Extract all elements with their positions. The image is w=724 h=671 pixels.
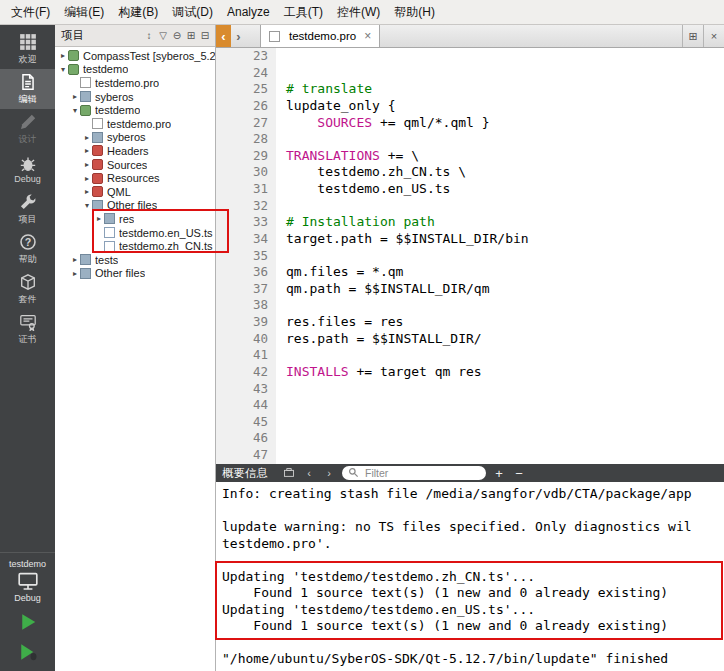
menu-item[interactable]: 构建(B) <box>111 0 165 24</box>
code-editor[interactable]: 232425# translate26lupdate_only {27 SOUR… <box>216 48 724 464</box>
edit-document-icon <box>19 73 37 92</box>
nav-forward-button[interactable]: › <box>231 25 246 47</box>
mode-item-projects-wrench[interactable]: 项目 <box>0 189 55 229</box>
debug-bug-icon <box>19 154 37 173</box>
close-tab-icon[interactable]: × <box>364 29 371 43</box>
kit-selector[interactable]: testdemo Debug <box>0 552 55 607</box>
tree-item[interactable]: ▸QML <box>55 185 215 199</box>
expander-icon[interactable]: ▾ <box>58 65 68 74</box>
code-text <box>276 381 286 398</box>
zoom-in-button[interactable]: + <box>492 466 506 481</box>
code-text: INSTALLS += target qm res <box>276 364 482 381</box>
output-line <box>222 635 724 652</box>
pro-file-icon <box>92 118 103 129</box>
mode-item-help-question[interactable]: ?帮助 <box>0 229 55 269</box>
mode-sidebar: 欢迎编辑设计Debug项目?帮助套件证书 testdemo Debug <box>0 25 55 671</box>
expander-icon[interactable]: ▸ <box>82 174 92 183</box>
code-text: SOURCES += qml/*.qml } <box>276 115 490 132</box>
tree-item[interactable]: ▸Other files <box>55 267 215 281</box>
kits-package-icon <box>19 273 37 292</box>
expander-icon[interactable]: ▸ <box>82 133 92 142</box>
tree-item[interactable]: testdemo.pro <box>55 117 215 131</box>
tree-item[interactable]: ▸syberos <box>55 131 215 145</box>
tree-item[interactable]: ▸tests <box>55 253 215 267</box>
debug-run-button[interactable] <box>0 637 55 667</box>
collapse-all-icon[interactable]: ⊟ <box>198 30 212 41</box>
tree-item[interactable]: ▸res <box>55 212 215 226</box>
tree-item-label: testdemo.en_US.ts <box>119 227 213 239</box>
expander-icon[interactable]: ▸ <box>82 160 92 169</box>
line-number: 46 <box>216 430 276 447</box>
output-line: Updating 'testdemo/testdemo.zh_CN.ts'... <box>222 569 724 586</box>
expander-icon[interactable]: ▸ <box>70 269 80 278</box>
tree-item[interactable]: ▸Headers <box>55 144 215 158</box>
tree-item[interactable]: ▾testdemo <box>55 63 215 77</box>
expander-icon[interactable]: ▾ <box>82 201 92 210</box>
tree-item-label: syberos <box>95 91 134 103</box>
welcome-grid-icon <box>19 33 37 52</box>
code-line: 27 SOURCES += qml/*.qml } <box>216 115 724 132</box>
code-line: 30 testdemo.zh_CN.ts \ <box>216 164 724 181</box>
project-icon <box>68 50 79 61</box>
menu-item[interactable]: 文件(F) <box>4 0 57 24</box>
editor-tab[interactable]: testdemo.pro × <box>260 25 380 47</box>
filter-box[interactable] <box>342 466 486 480</box>
folder-icon <box>104 213 115 224</box>
tree-item[interactable]: ▸CompassTest [syberos_5.2_ <box>55 49 215 63</box>
tree-item[interactable]: ▸syberos <box>55 90 215 104</box>
expander-icon[interactable]: ▸ <box>94 214 104 223</box>
split-editor-button[interactable]: ⊞ <box>682 25 703 47</box>
line-number: 36 <box>216 264 276 281</box>
mode-label: 证书 <box>19 333 37 346</box>
code-text: # Installation path <box>276 214 435 231</box>
pane-combo-icon[interactable]: ↕ <box>142 30 156 41</box>
close-document-button[interactable]: × <box>703 25 724 47</box>
filter-input[interactable] <box>363 466 467 480</box>
expander-icon[interactable]: ▾ <box>70 106 80 115</box>
expander-icon[interactable]: ▸ <box>58 51 68 60</box>
clear-output-icon[interactable] <box>282 467 296 479</box>
mode-item-welcome-grid[interactable]: 欢迎 <box>0 29 55 69</box>
zoom-out-button[interactable]: − <box>512 466 526 481</box>
tree-item[interactable]: ▸Resources <box>55 171 215 185</box>
tree-item[interactable]: testdemo.en_US.ts <box>55 226 215 240</box>
filter-icon[interactable]: ▽ <box>156 30 170 41</box>
tree-item[interactable]: testdemo.zh_CN.ts <box>55 239 215 253</box>
menu-item[interactable]: 调试(D) <box>165 0 220 24</box>
menu-item[interactable]: 编辑(E) <box>57 0 111 24</box>
tree-item-label: Other files <box>95 267 145 279</box>
menu-item[interactable]: 控件(W) <box>330 0 387 24</box>
mode-item-debug-bug[interactable]: Debug <box>0 149 55 189</box>
expander-icon[interactable]: ▸ <box>82 146 92 155</box>
tree-item[interactable]: testdemo.pro <box>55 76 215 90</box>
next-item-button[interactable]: › <box>322 467 336 479</box>
mode-item-edit-document[interactable]: 编辑 <box>0 69 55 109</box>
tree-item-label: Resources <box>107 172 160 184</box>
tree-item-label: Headers <box>107 145 149 157</box>
tree-item[interactable]: ▾Other files <box>55 199 215 213</box>
tree-item[interactable]: ▾testdemo <box>55 103 215 117</box>
expand-all-icon[interactable]: ⊞ <box>184 30 198 41</box>
tree-item-label: testdemo <box>95 104 140 116</box>
code-line: 25# translate <box>216 81 724 98</box>
code-line: 46 <box>216 430 724 447</box>
code-line: 36qm.files = *.qm <box>216 264 724 281</box>
expander-icon[interactable]: ▸ <box>82 187 92 196</box>
mode-item-kits-package[interactable]: 套件 <box>0 269 55 309</box>
nav-back-button[interactable]: ‹ <box>216 25 231 47</box>
expander-icon[interactable]: ▸ <box>70 92 80 101</box>
code-line: 44 <box>216 397 724 414</box>
tree-item[interactable]: ▸Sources <box>55 158 215 172</box>
code-line: 42INSTALLS += target qm res <box>216 364 724 381</box>
prev-item-button[interactable]: ‹ <box>302 467 316 479</box>
sync-with-editor-icon[interactable]: ⊖ <box>170 30 184 41</box>
mode-item-certificate[interactable]: 证书 <box>0 309 55 349</box>
menu-item[interactable]: Analyze <box>220 0 277 24</box>
code-line: 41 <box>216 347 724 364</box>
code-line: 43 <box>216 381 724 398</box>
menu-item[interactable]: 工具(T) <box>277 0 330 24</box>
run-button[interactable] <box>0 607 55 637</box>
tree-item-label: Other files <box>107 199 157 211</box>
expander-icon[interactable]: ▸ <box>70 255 80 264</box>
menu-item[interactable]: 帮助(H) <box>387 0 442 24</box>
